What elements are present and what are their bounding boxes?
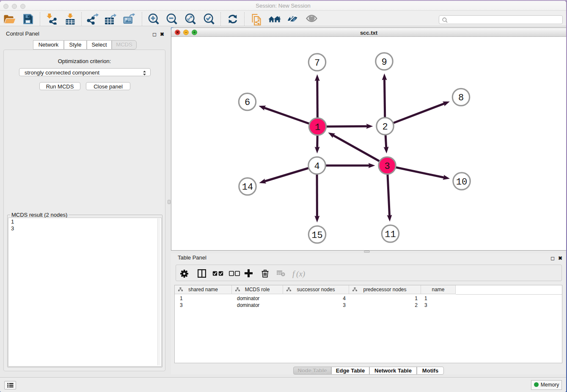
svg-text:9: 9 [381,57,387,68]
svg-text:3: 3 [384,161,390,172]
svg-text:14: 14 [242,182,253,193]
svg-text:6: 6 [245,97,250,108]
svg-text:7: 7 [314,58,320,69]
svg-text:1: 1 [315,122,320,133]
svg-text:10: 10 [456,177,467,188]
svg-text:4: 4 [314,161,319,172]
svg-text:15: 15 [311,230,322,241]
svg-text:2: 2 [382,122,388,133]
svg-text:11: 11 [385,229,396,240]
svg-text:8: 8 [458,93,464,103]
